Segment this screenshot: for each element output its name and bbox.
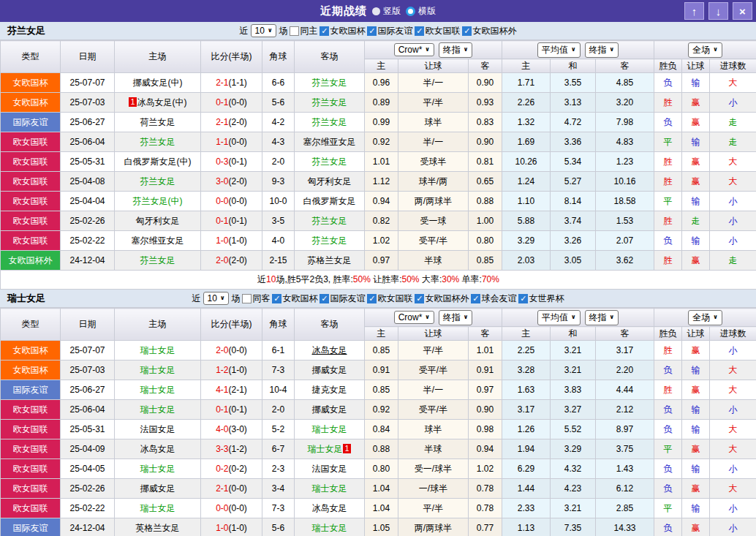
- home-team[interactable]: 挪威女足: [140, 483, 175, 494]
- fulltime-score: 2-0: [216, 345, 228, 355]
- match-count-select[interactable]: 10∨: [251, 24, 277, 37]
- away-team[interactable]: 芬兰女足: [312, 235, 347, 246]
- scroll-down-button[interactable]: ↓: [708, 2, 728, 20]
- away-team[interactable]: 瑞士女足: [312, 483, 347, 494]
- match-date: 25-07-07: [61, 341, 115, 361]
- competition-checkbox-3[interactable]: ✓: [415, 26, 424, 36]
- same-venue-checkbox[interactable]: [242, 294, 252, 303]
- home-team[interactable]: 冰岛女足(中): [137, 97, 187, 107]
- avg-home: 1.13: [502, 518, 551, 536]
- away-team-cell: 瑞士女足1: [295, 439, 365, 459]
- away-team[interactable]: 白俄罗斯女足: [303, 196, 356, 206]
- corner-score: 7-3: [262, 361, 295, 380]
- home-team[interactable]: 英格兰女足: [136, 523, 180, 533]
- sub-column-header: 胜负: [654, 59, 682, 73]
- odds-home: 0.85: [365, 380, 398, 400]
- home-team[interactable]: 瑞士女足: [140, 385, 175, 395]
- away-team[interactable]: 法国女足: [312, 464, 347, 474]
- avg-away: 8.97: [596, 420, 654, 439]
- match-type-badge: 欧女国联: [1, 479, 61, 499]
- competition-checkbox-5[interactable]: ✓: [471, 294, 480, 303]
- odds-away: 0.90: [469, 73, 502, 93]
- odds-stage-select[interactable]: 终指∨: [439, 310, 473, 325]
- scope-select[interactable]: 全场∨: [688, 310, 722, 325]
- away-team[interactable]: 芬兰女足: [312, 117, 347, 127]
- competition-checkbox-4[interactable]: ✓: [462, 26, 472, 36]
- odds-away: 0.78: [469, 499, 502, 518]
- match-date: 25-02-26: [61, 211, 115, 231]
- halftime-score: (0-1): [229, 404, 247, 415]
- competition-checkbox-2[interactable]: ✓: [320, 294, 329, 303]
- away-team[interactable]: 挪威女足: [312, 365, 347, 375]
- corner-score: 4-2: [262, 113, 295, 132]
- same-venue-checkbox[interactable]: [290, 26, 299, 36]
- away-team[interactable]: 瑞士女足: [307, 444, 342, 454]
- table-row: 欧女国联25-02-22塞尔维亚女足1-0(1-0)4-0芬兰女足1.02受平/…: [1, 231, 756, 251]
- average-select[interactable]: 平均值∨: [537, 310, 581, 325]
- odds-handicap: 受平/半: [398, 400, 469, 420]
- fulltime-score: 2-1: [216, 483, 228, 494]
- odds-company-select[interactable]: Crow*∨: [394, 311, 434, 324]
- away-team[interactable]: 芬兰女足: [312, 156, 347, 167]
- result-wdl: 胜: [654, 341, 682, 361]
- home-team[interactable]: 瑞士女足: [140, 365, 175, 375]
- home-team[interactable]: 白俄罗斯女足(中): [124, 156, 192, 167]
- home-team[interactable]: 瑞士女足: [140, 404, 175, 415]
- home-team[interactable]: 法国女足: [140, 424, 175, 434]
- home-team[interactable]: 塞尔维亚女足: [132, 235, 184, 246]
- competition-checkbox-2[interactable]: ✓: [367, 26, 377, 36]
- result-handicap: 输: [682, 400, 710, 420]
- odds-away: 1.00: [469, 211, 502, 231]
- home-team[interactable]: 瑞士女足: [140, 345, 175, 355]
- competition-checkbox-6[interactable]: ✓: [518, 294, 528, 303]
- home-team[interactable]: 芬兰女足: [140, 176, 175, 186]
- match-count-select[interactable]: 10∨: [203, 292, 230, 305]
- home-team[interactable]: 芬兰女足: [140, 255, 175, 265]
- result-wdl: 负: [654, 361, 682, 380]
- titlebar-center: 近期战绩 竖版 横版: [0, 0, 756, 22]
- odds-company-select[interactable]: Crow*∨: [394, 43, 434, 56]
- scroll-up-button[interactable]: ↑: [684, 2, 704, 20]
- away-team[interactable]: 芬兰女足: [312, 97, 347, 107]
- competition-filter: ✓女欧国杯外: [415, 292, 469, 305]
- home-team[interactable]: 匈牙利女足: [136, 216, 180, 226]
- home-team[interactable]: 冰岛女足: [140, 444, 175, 454]
- away-team[interactable]: 苏格兰女足: [308, 255, 352, 265]
- result-handicap: 赢: [682, 93, 710, 113]
- odds-handicap: 球半: [398, 420, 469, 439]
- average-stage-select[interactable]: 终指∨: [585, 310, 619, 325]
- competition-checkbox-1[interactable]: ✓: [320, 26, 329, 36]
- home-team[interactable]: 芬兰女足(中): [133, 196, 183, 206]
- average-select[interactable]: 平均值∨: [537, 42, 581, 58]
- competition-checkbox-4[interactable]: ✓: [415, 294, 424, 303]
- away-team[interactable]: 捷克女足: [312, 385, 347, 395]
- close-button[interactable]: ×: [733, 2, 752, 20]
- match-score: 2-1(2-0): [201, 113, 262, 132]
- match-date: 25-04-04: [61, 192, 115, 211]
- home-team[interactable]: 瑞士女足: [140, 503, 175, 513]
- home-team[interactable]: 挪威女足(中): [133, 78, 183, 88]
- away-team[interactable]: 塞尔维亚女足: [303, 137, 356, 147]
- sub-column-header: 胜负: [654, 327, 682, 341]
- away-team[interactable]: 芬兰女足: [312, 78, 347, 88]
- odds-stage-select[interactable]: 终指∨: [439, 42, 473, 58]
- result-goals: 大: [710, 152, 756, 172]
- match-date: 25-06-04: [61, 400, 115, 420]
- radio-vertical-layout[interactable]: 竖版: [372, 5, 401, 18]
- away-team[interactable]: 冰岛女足: [312, 345, 347, 355]
- scope-select[interactable]: 全场∨: [688, 42, 722, 58]
- away-team[interactable]: 瑞士女足: [312, 424, 347, 434]
- away-team[interactable]: 瑞士女足: [312, 523, 347, 533]
- away-team[interactable]: 匈牙利女足: [308, 176, 352, 186]
- away-team[interactable]: 冰岛女足: [312, 503, 347, 513]
- competition-checkbox-1[interactable]: ✓: [272, 294, 281, 303]
- table-row: 女欧国杯25-07-031冰岛女足(中)0-1(0-0)5-6芬兰女足0.89平…: [1, 93, 756, 113]
- home-team[interactable]: 荷兰女足: [140, 117, 175, 127]
- home-team[interactable]: 芬兰女足: [140, 137, 175, 147]
- radio-horizontal-layout[interactable]: 横版: [406, 5, 436, 18]
- home-team[interactable]: 瑞士女足: [140, 464, 175, 474]
- away-team[interactable]: 挪威女足: [312, 404, 347, 415]
- away-team[interactable]: 芬兰女足: [312, 216, 347, 226]
- competition-checkbox-3[interactable]: ✓: [367, 294, 377, 303]
- average-stage-select[interactable]: 终指∨: [585, 42, 619, 58]
